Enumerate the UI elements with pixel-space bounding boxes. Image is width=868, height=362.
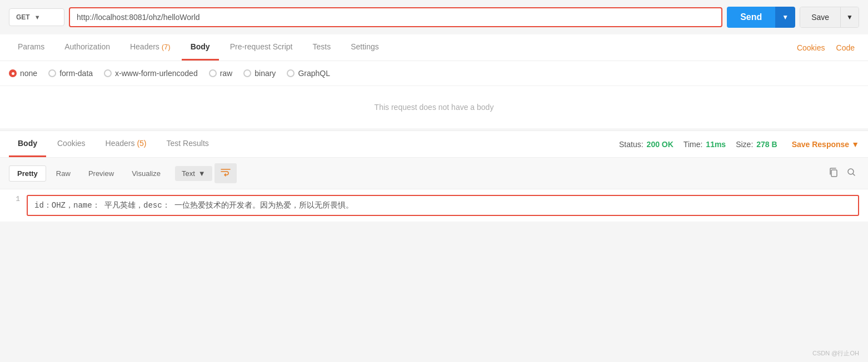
response-tab-bar: Body Cookies Headers (5) Test Results St…: [0, 130, 868, 158]
text-format-arrow-icon: ▼: [198, 169, 206, 178]
svg-rect-0: [831, 170, 837, 177]
radio-graphql-circle: [287, 69, 295, 77]
response-body-area: 1 id：OHZ，name： 平凡英雄，desc： 一位热爱技术的开发者。因为热…: [0, 189, 868, 222]
response-meta: Status: 200 OK Time: 11ms Size: 278 B Sa…: [619, 140, 859, 149]
search-button[interactable]: [844, 164, 859, 183]
send-btn-group: Send ▼: [727, 7, 795, 28]
tab-tests[interactable]: Tests: [303, 34, 340, 61]
status-label: Status:: [619, 140, 643, 149]
body-type-raw[interactable]: raw: [209, 69, 233, 78]
size-value: 278 B: [756, 140, 777, 149]
response-tab-headers[interactable]: Headers (5): [97, 131, 156, 157]
response-headers-badge: (5): [137, 139, 146, 148]
body-type-graphql-label: GraphQL: [298, 69, 330, 78]
tab-settings[interactable]: Settings: [342, 34, 388, 61]
method-select[interactable]: GET ▼: [9, 8, 64, 26]
tab-prerequest[interactable]: Pre-request Script: [221, 34, 302, 61]
method-chevron-icon: ▼: [34, 14, 41, 21]
save-button[interactable]: Save: [800, 7, 840, 27]
response-tab-test-results[interactable]: Test Results: [158, 131, 218, 157]
format-raw[interactable]: Raw: [48, 166, 78, 181]
format-pretty[interactable]: Pretty: [9, 165, 46, 182]
body-type-binary-label: binary: [255, 69, 276, 78]
request-tab-bar: Params Authorization Headers (7) Body Pr…: [0, 34, 868, 61]
body-type-none-label: none: [20, 69, 37, 78]
tab-headers[interactable]: Headers (7): [121, 34, 179, 61]
tab-body[interactable]: Body: [182, 34, 219, 61]
text-format-label: Text: [182, 169, 195, 178]
radio-binary-circle: [243, 69, 251, 77]
send-dropdown-button[interactable]: ▼: [775, 7, 795, 28]
response-line-1: 1 id：OHZ，name： 平凡英雄，desc： 一位热爱技术的开发者。因为热…: [9, 195, 859, 216]
save-btn-group: Save ▼: [800, 7, 859, 28]
cookies-link[interactable]: Cookies: [792, 36, 830, 60]
time-value: 11ms: [706, 140, 726, 149]
response-tab-body[interactable]: Body: [9, 131, 46, 157]
response-content: id：OHZ，name： 平凡英雄，desc： 一位热爱技术的开发者。因为热爱，…: [27, 195, 859, 216]
body-type-graphql[interactable]: GraphQL: [287, 69, 330, 78]
body-type-formdata[interactable]: form-data: [48, 69, 93, 78]
copy-button[interactable]: [826, 164, 841, 183]
response-format-bar: Pretty Raw Preview Visualize Text ▼: [0, 158, 868, 189]
format-preview[interactable]: Preview: [81, 166, 122, 181]
url-input[interactable]: [77, 13, 715, 22]
radio-none-circle: [9, 69, 17, 77]
code-link[interactable]: Code: [832, 36, 859, 60]
body-type-urlencoded-label: x-www-form-urlencoded: [115, 69, 198, 78]
radio-raw-circle: [209, 69, 217, 77]
radio-urlencoded-circle: [104, 69, 112, 77]
body-type-urlencoded[interactable]: x-www-form-urlencoded: [104, 69, 198, 78]
no-body-message: This request does not have a body: [0, 86, 868, 128]
radio-formdata-circle: [48, 69, 56, 77]
url-input-wrapper: [69, 7, 722, 27]
response-tab-cookies[interactable]: Cookies: [48, 131, 94, 157]
format-visualize[interactable]: Visualize: [124, 166, 168, 181]
body-type-binary[interactable]: binary: [243, 69, 276, 78]
save-response-button[interactable]: Save Response ▼: [792, 140, 859, 149]
time-label: Time:: [684, 140, 702, 149]
status-value: 200 OK: [647, 140, 674, 149]
headers-badge: (7): [162, 43, 171, 51]
text-format-dropdown[interactable]: Text ▼: [175, 166, 212, 181]
body-type-formdata-label: form-data: [59, 69, 93, 78]
save-dropdown-button[interactable]: ▼: [840, 7, 859, 27]
save-response-arrow-icon: ▼: [851, 140, 859, 149]
tab-params[interactable]: Params: [9, 34, 53, 61]
method-label: GET: [16, 13, 30, 21]
line-number-1: 1: [9, 195, 20, 216]
body-type-raw-label: raw: [220, 69, 233, 78]
send-button[interactable]: Send: [727, 7, 775, 28]
body-type-bar: none form-data x-www-form-urlencoded raw…: [0, 61, 868, 86]
wrap-icon[interactable]: [214, 163, 237, 183]
body-type-none[interactable]: none: [9, 69, 37, 78]
size-label: Size:: [736, 140, 753, 149]
save-response-label: Save Response: [792, 140, 850, 149]
tab-authorization[interactable]: Authorization: [56, 34, 119, 61]
top-bar: GET ▼ Send ▼ Save ▼: [0, 0, 868, 34]
